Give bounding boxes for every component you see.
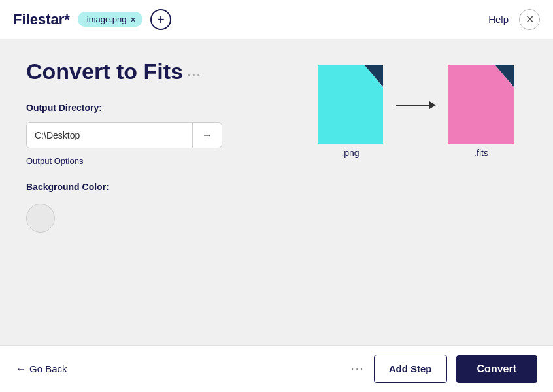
app-title: Filestar* [13,11,70,28]
output-directory-input[interactable] [27,123,192,147]
output-directory-row: → [26,122,222,148]
go-back-button[interactable]: ← Go Back [16,363,67,374]
directory-browse-button[interactable]: → [192,123,222,148]
target-file-ext: .fits [474,148,488,158]
page-title: Convert to Fits [26,59,183,84]
plus-icon: + [157,13,165,26]
conversion-illustration: .png .fits [318,65,514,158]
header: Filestar* image.png × + Help ✕ [0,0,553,39]
close-button[interactable]: ✕ [519,9,540,30]
help-link[interactable]: Help [488,14,509,25]
go-back-label: Go Back [29,363,67,374]
target-file-shape [448,65,514,144]
source-file-shape [318,65,383,144]
file-tag: image.png × [78,12,142,27]
arrow-right-icon: → [202,129,212,140]
conversion-arrow [396,105,435,106]
output-directory-label: Output Directory: [26,103,261,113]
output-options-link[interactable]: Output Options [26,156,83,166]
file-tag-label: image.png [87,14,127,24]
file-tag-close-button[interactable]: × [131,15,136,24]
source-file-ext: .png [341,148,359,158]
title-dots: ... [187,64,202,79]
header-right: Help ✕ [488,9,540,30]
more-dots-icon: ··· [351,362,365,375]
convert-button[interactable]: Convert [456,355,537,383]
footer-right: ··· Add Step Convert [351,355,537,383]
add-step-label: Add Step [389,363,432,374]
close-icon: ✕ [526,13,534,25]
footer: ← Go Back ··· Add Step Convert [0,345,553,392]
background-color-swatch[interactable] [26,204,55,233]
arrow-line [396,105,435,106]
add-step-button[interactable]: Add Step [374,355,447,383]
source-file-body [318,65,383,144]
target-file-body [448,65,514,144]
arrow-left-icon: ← [16,363,25,374]
form-section: Output Directory: → Output Options Backg… [26,103,261,233]
source-file-icon: .png [318,65,383,158]
main-content: Convert to Fits ... Output Directory: → … [0,39,553,345]
background-color-label: Background Color: [26,182,261,192]
target-file-icon: .fits [448,65,514,158]
header-left: Filestar* image.png × + [13,9,171,30]
convert-label: Convert [477,363,516,374]
more-options-button[interactable]: ··· [351,362,365,376]
add-file-button[interactable]: + [150,9,171,30]
